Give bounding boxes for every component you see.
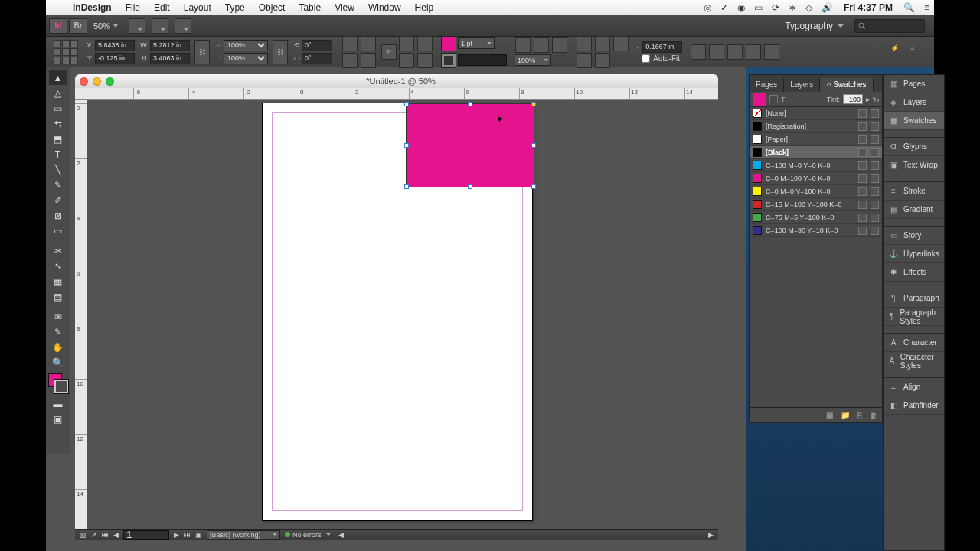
- page-prev[interactable]: ◀: [113, 531, 119, 539]
- status-icon[interactable]: ✓: [716, 2, 733, 13]
- swatch-row[interactable]: [Black]: [750, 146, 882, 159]
- view-options[interactable]: [129, 18, 145, 34]
- wrap-none-icon[interactable]: [577, 36, 592, 51]
- record-icon[interactable]: ◉: [733, 2, 750, 13]
- fit-b-icon[interactable]: [709, 44, 724, 60]
- dock-stroke[interactable]: ≡Stroke: [884, 182, 944, 201]
- x-field[interactable]: [95, 40, 135, 51]
- wrap-shape-icon[interactable]: [613, 36, 629, 51]
- type-tool[interactable]: T: [49, 147, 67, 161]
- scaley-field[interactable]: 100%: [224, 53, 268, 64]
- dock-layers[interactable]: ◈Layers: [884, 93, 944, 112]
- swatch-row[interactable]: C=100 M=90 Y=10 K=0: [750, 224, 882, 237]
- pencil-tool[interactable]: ✐: [49, 193, 67, 207]
- airplay-icon[interactable]: ▭: [750, 2, 767, 13]
- page-tool[interactable]: ▭: [49, 101, 67, 116]
- fit-d-icon[interactable]: [746, 44, 761, 60]
- fill-swatch[interactable]: [441, 36, 456, 51]
- menu-help[interactable]: Help: [408, 2, 441, 13]
- wrap-jump-icon[interactable]: [577, 53, 592, 68]
- master-icon[interactable]: ▣: [195, 531, 202, 539]
- constrain-wh-icon[interactable]: ⛓: [194, 40, 210, 64]
- gap-tool[interactable]: ⇆: [49, 116, 67, 131]
- pen-tool[interactable]: ✎: [49, 178, 67, 192]
- rect-frame-tool[interactable]: ⊠: [49, 208, 67, 223]
- menu-layout[interactable]: Layout: [177, 2, 218, 13]
- bridge-button[interactable]: Br: [69, 18, 87, 34]
- note-tool[interactable]: ✉: [49, 309, 67, 324]
- indesign-icon[interactable]: Id: [49, 18, 67, 34]
- dock-align[interactable]: ⫠Align: [884, 378, 944, 396]
- flip-h-icon[interactable]: [342, 53, 358, 68]
- panel-fill-proxy[interactable]: [753, 93, 766, 106]
- corner-radius[interactable]: [642, 41, 682, 53]
- zoom-tool[interactable]: 🔍: [49, 355, 67, 370]
- app-menu[interactable]: InDesign: [66, 2, 119, 13]
- preflight-profile[interactable]: [Basic] (working): [207, 530, 280, 540]
- fit-a-icon[interactable]: [691, 44, 706, 60]
- hand-tool[interactable]: ✋: [49, 340, 67, 354]
- fill-stroke-proxy[interactable]: [48, 373, 68, 393]
- autofit-checkbox[interactable]: Auto-Fit: [642, 54, 682, 63]
- reference-point[interactable]: [54, 40, 78, 64]
- new-swatch-icon[interactable]: ⎘: [858, 411, 862, 419]
- bluetooth-icon[interactable]: ∗: [784, 2, 801, 13]
- selection-tool[interactable]: ▲: [49, 70, 67, 85]
- direct-selection-tool[interactable]: △: [49, 86, 67, 100]
- screen-mode-tool[interactable]: ▣: [49, 412, 67, 426]
- y-field[interactable]: [95, 53, 135, 64]
- desktop-file-jpg[interactable]: cake.jpg: [833, 435, 879, 474]
- workspace-switcher[interactable]: Typography: [785, 21, 844, 31]
- menu-object[interactable]: Object: [252, 2, 292, 13]
- transform-p-icon[interactable]: P: [381, 44, 397, 60]
- dock-character[interactable]: ACharacter: [884, 334, 944, 352]
- swatch-row[interactable]: C=15 M=100 Y=100 K=0: [750, 198, 882, 211]
- opt-b-icon[interactable]: [534, 37, 549, 53]
- menu-window[interactable]: Window: [361, 2, 408, 13]
- wrap-jumpnext-icon[interactable]: [595, 53, 610, 68]
- search-field[interactable]: [854, 19, 925, 33]
- fill-target-icon[interactable]: [769, 95, 778, 103]
- ruler-vertical[interactable]: 0246810121416: [75, 100, 87, 529]
- h-field[interactable]: [150, 53, 190, 64]
- sync-icon[interactable]: ⟳: [767, 2, 784, 13]
- dock-effects[interactable]: ✱Effects: [884, 263, 944, 282]
- dock-parastyles[interactable]: ¶Paragraph Styles: [884, 308, 944, 326]
- tab-pages[interactable]: Pages: [750, 78, 784, 92]
- dock-swatches[interactable]: ▦Swatches: [884, 112, 944, 130]
- menu-file[interactable]: File: [119, 2, 147, 13]
- gradient-swatch-tool[interactable]: ▦: [49, 274, 67, 289]
- dock-pathfinder[interactable]: ◧Pathfinder: [884, 396, 944, 415]
- constrain-scale-icon[interactable]: ⛓: [273, 40, 288, 64]
- swatch-row[interactable]: C=0 M=100 Y=0 K=0: [750, 172, 882, 185]
- page-next[interactable]: ▶: [174, 531, 179, 539]
- spotlight-icon[interactable]: 🔍: [899, 2, 920, 13]
- dock-pages[interactable]: ▥Pages: [884, 75, 944, 93]
- apply-color[interactable]: ▬: [49, 396, 67, 411]
- flip-v-icon[interactable]: [361, 53, 376, 68]
- menu-type[interactable]: Type: [218, 2, 252, 13]
- scissors-tool[interactable]: ✂: [49, 243, 67, 258]
- arrange-docs[interactable]: [175, 18, 191, 34]
- wrap-bound-icon[interactable]: [595, 36, 610, 51]
- dock-hyperlinks[interactable]: ⚓Hyperlinks: [884, 245, 944, 263]
- control-menu-icon[interactable]: ≡: [910, 44, 926, 60]
- next-object-icon[interactable]: [417, 53, 433, 68]
- status-icon[interactable]: ◎: [699, 2, 716, 13]
- desktop-file-pdf[interactable]: PDF test.pdf: [778, 435, 824, 474]
- rectangle-tool[interactable]: ▭: [49, 223, 67, 238]
- w-field[interactable]: [150, 40, 190, 51]
- swatch-row[interactable]: C=100 M=0 Y=0 K=0: [750, 159, 882, 172]
- eyedropper-tool[interactable]: ✎: [49, 324, 67, 339]
- prev-object-icon[interactable]: [399, 53, 414, 68]
- wifi-icon[interactable]: ◇: [801, 2, 817, 13]
- fit-c-icon[interactable]: [727, 44, 743, 60]
- scalex-field[interactable]: 100%: [224, 40, 268, 51]
- swatch-row[interactable]: C=75 M=5 Y=100 K=0: [750, 211, 882, 224]
- opt-a-icon[interactable]: [515, 37, 531, 53]
- fit-e-icon[interactable]: [764, 44, 779, 60]
- select-content-icon[interactable]: [417, 36, 433, 51]
- menu-table[interactable]: Table: [292, 2, 328, 13]
- quick-apply-icon[interactable]: ⚡: [890, 44, 906, 60]
- stroke-style[interactable]: [458, 54, 507, 66]
